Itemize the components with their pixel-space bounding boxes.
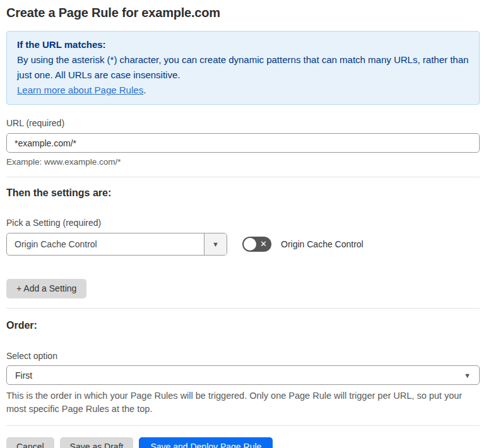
info-box-heading: If the URL matches: xyxy=(17,37,469,52)
url-match-info-box: If the URL matches: By using the asteris… xyxy=(6,31,480,105)
order-section-heading: Order: xyxy=(6,320,480,331)
cancel-button[interactable]: Cancel xyxy=(6,437,54,448)
settings-section-heading: Then the settings are: xyxy=(6,187,480,199)
order-select-label: Select option xyxy=(6,351,480,362)
toggle-x-icon: ✕ xyxy=(260,237,267,252)
link-suffix: . xyxy=(143,85,146,95)
toggle-knob xyxy=(244,238,256,251)
add-setting-button[interactable]: + Add a Setting xyxy=(6,279,86,298)
toggle-label: Origin Cache Control xyxy=(281,239,364,249)
info-box-body: By using the asterisk (*) character, you… xyxy=(17,52,469,83)
pick-setting-label: Pick a Setting (required) xyxy=(6,218,480,228)
order-select[interactable]: First ▼ xyxy=(6,365,480,385)
url-example-helper: Example: www.example.com/* xyxy=(6,157,480,167)
setting-dropdown[interactable]: Origin Cache Control ▼ xyxy=(6,233,227,256)
setting-dropdown-value: Origin Cache Control xyxy=(7,233,204,255)
info-box-link-line: Learn more about Page Rules. xyxy=(17,83,469,98)
order-select-value: First xyxy=(15,370,32,380)
create-page-rule-panel: Create a Page Rule for example.com If th… xyxy=(0,0,486,448)
order-helper-text: This is the order in which your Page Rul… xyxy=(6,389,480,416)
caret-down-icon: ▼ xyxy=(464,372,471,379)
footer-actions: Cancel Save as Draft Save and Deploy Pag… xyxy=(6,437,480,448)
page-title: Create a Page Rule for example.com xyxy=(6,0,480,20)
divider xyxy=(6,308,480,309)
caret-down-icon: ▼ xyxy=(212,240,219,248)
save-as-draft-button[interactable]: Save as Draft xyxy=(60,437,134,448)
origin-cache-control-toggle[interactable]: ✕ xyxy=(242,237,271,252)
save-and-deploy-button[interactable]: Save and Deploy Page Rule xyxy=(139,437,273,448)
url-field-label: URL (required) xyxy=(6,118,480,129)
setting-row: Origin Cache Control ▼ ✕ Origin Cache Co… xyxy=(6,233,480,256)
url-input[interactable] xyxy=(6,133,480,153)
setting-dropdown-arrow-button[interactable]: ▼ xyxy=(204,233,227,255)
divider xyxy=(6,425,480,426)
divider xyxy=(6,177,480,177)
learn-more-link[interactable]: Learn more about Page Rules xyxy=(17,85,143,95)
